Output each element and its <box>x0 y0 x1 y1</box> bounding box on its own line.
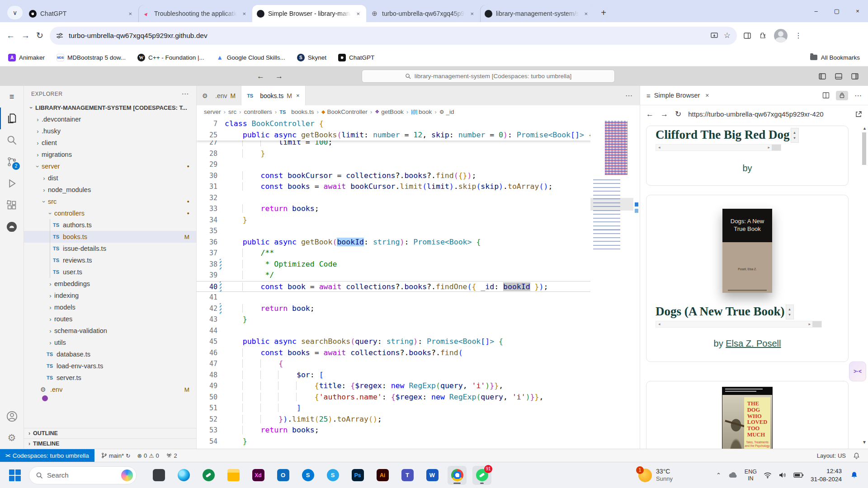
forward-icon[interactable]: → <box>21 31 30 41</box>
floating-button[interactable]: >·< <box>849 361 866 381</box>
tab-close-icon[interactable]: × <box>468 9 476 18</box>
bookmark-item[interactable]: AAnimaker <box>8 54 45 61</box>
vscode-forward-icon[interactable]: → <box>275 72 283 81</box>
tab-search-button[interactable]: ∨ <box>7 6 23 19</box>
extensions-puzzle-icon[interactable] <box>759 32 767 40</box>
vscode-command-center[interactable]: library-management-system [Codespaces: t… <box>362 70 615 83</box>
breadcrumb-item[interactable]: ◆BookController <box>321 108 368 115</box>
breadcrumb-item[interactable]: [@]book <box>411 108 432 115</box>
xd-app-icon[interactable]: Xd <box>249 466 268 485</box>
menu-hamburger-icon[interactable]: ≡ <box>0 86 24 108</box>
whatsapp-app-icon[interactable]: 91 <box>472 466 491 485</box>
code-line[interactable]: 45 public async searchBooks(query: strin… <box>197 336 640 347</box>
tree-item-user.ts[interactable]: TSuser.ts <box>24 266 196 278</box>
tree-item-server.ts[interactable]: TSserver.ts <box>24 372 196 384</box>
scroll-up-icon[interactable]: ▲ <box>863 126 867 131</box>
code-line[interactable]: 41 <box>197 292 640 303</box>
volume-icon[interactable] <box>778 472 787 479</box>
bookmark-item[interactable]: ▲Google Cloud Skills... <box>216 54 285 61</box>
code-editor[interactable]: 27 limit = 100;28 }2930 const bookCursor… <box>197 118 640 449</box>
author-link[interactable]: Elsa Z. Posell <box>726 338 781 348</box>
tree-item-authors.ts[interactable]: TSauthors.ts <box>24 219 196 231</box>
editor-tab-.env[interactable]: ⚙.envM <box>197 86 241 105</box>
vscode-back-icon[interactable]: ← <box>257 72 264 81</box>
new-tab-button[interactable]: + <box>597 6 610 19</box>
scroll-down-icon[interactable]: ▼ <box>862 440 867 445</box>
tree-item-reviews.ts[interactable]: TSreviews.ts <box>24 254 196 266</box>
code-line[interactable]: 37 /** <box>197 248 640 259</box>
panel-reload-icon[interactable]: ↻ <box>675 109 681 119</box>
maximize-button[interactable]: ▢ <box>826 0 847 22</box>
tree-item-server[interactable]: ›server● <box>24 160 196 172</box>
onedrive-icon[interactable] <box>728 472 738 479</box>
toggle-sidebar-icon[interactable] <box>818 72 826 80</box>
tab-close-icon[interactable]: × <box>241 9 248 18</box>
tree-item-routes[interactable]: ›routes <box>24 313 196 325</box>
tree-item[interactable] <box>24 395 196 401</box>
install-icon[interactable] <box>710 32 718 40</box>
minimize-button[interactable]: – <box>806 0 826 22</box>
code-line[interactable]: 50 {'authors.name': {$regex: new RegExp(… <box>197 392 640 403</box>
photoshop-app-icon[interactable]: Ps <box>348 466 367 485</box>
breadcrumb-item[interactable]: ⚙_id <box>439 108 454 115</box>
clock[interactable]: 12:4331-08-2024 <box>811 467 842 483</box>
lock-icon[interactable] <box>836 91 848 100</box>
editor-tab-books.ts[interactable]: TSbooks.tsM× <box>241 86 305 105</box>
code-line[interactable]: 42 return book; <box>197 303 640 314</box>
explorer-app-icon[interactable] <box>224 466 243 485</box>
illustrator-app-icon[interactable]: Ai <box>373 466 392 485</box>
back-icon[interactable]: ← <box>6 31 15 41</box>
remote-indicator[interactable]: >< Codespaces: turbo umbrella <box>0 449 94 462</box>
tree-item-dist[interactable]: ›dist <box>24 172 196 184</box>
panel-more-icon[interactable]: ⋯ <box>854 91 862 100</box>
breadcrumb-item[interactable]: server <box>204 108 221 115</box>
tree-item-controllers[interactable]: ›controllers● <box>24 207 196 219</box>
bell-icon[interactable] <box>853 452 860 459</box>
bookmark-item[interactable]: MDBMDBootstrap 5 dow... <box>57 54 126 61</box>
code-line[interactable]: 48 $or: [ <box>197 370 640 381</box>
tree-item-models[interactable]: ›models <box>24 301 196 313</box>
teams-app-icon[interactable]: T <box>398 466 417 485</box>
code-line[interactable]: 43 } <box>197 314 640 325</box>
toggle-secondary-sidebar-icon[interactable] <box>851 72 859 80</box>
all-bookmarks-button[interactable]: All Bookmarks <box>810 54 860 61</box>
code-line[interactable]: 51 ] <box>197 403 640 414</box>
code-line[interactable]: 34 } <box>197 215 640 226</box>
code-line[interactable]: 40 const book = await collections?.books… <box>197 281 640 292</box>
code-line[interactable]: 31 const books = await bookCursor.limit(… <box>197 181 640 192</box>
bookmark-item[interactable]: WC++ - Foundation |... <box>137 54 204 61</box>
bookmark-item[interactable]: ChatGPT <box>338 54 374 61</box>
notification-bell-icon[interactable] <box>850 471 858 479</box>
explorer-icon[interactable] <box>0 108 24 129</box>
code-line[interactable]: 53 return books; <box>197 425 640 436</box>
timeline-section[interactable]: ›TIMELINE <box>24 438 196 449</box>
tree-item-src[interactable]: ›src● <box>24 196 196 207</box>
code-line[interactable]: 47 { <box>197 358 640 370</box>
battery-icon[interactable] <box>793 472 804 478</box>
tree-item-issue-details.ts[interactable]: TSissue-details.ts <box>24 243 196 254</box>
tree-item-.env[interactable]: ⚙.envM <box>24 384 196 395</box>
reload-icon[interactable]: ↻ <box>36 30 43 41</box>
breadcrumb-item[interactable]: controllers <box>244 108 272 115</box>
book-cover-image[interactable]: THEDOGWHOLOVEDTOOMUCH Tales, Treatments … <box>722 387 773 449</box>
code-line[interactable]: 29 <box>197 159 640 170</box>
code-line[interactable]: 36 public async getBook(bookId: string):… <box>197 237 640 248</box>
breadcrumb-item[interactable]: TSbooks.ts <box>279 108 314 115</box>
tree-item-embeddings[interactable]: ›embeddings <box>24 278 196 290</box>
stepper-control[interactable]: ▲▼ <box>786 305 794 319</box>
tray-chevron-icon[interactable]: ⌃ <box>716 472 721 479</box>
search-icon[interactable] <box>0 129 24 151</box>
tree-item-utils[interactable]: ›utils <box>24 337 196 348</box>
code-line[interactable]: 52 }).limit(25).toArray(); <box>197 414 640 425</box>
panel-back-icon[interactable]: ← <box>646 110 654 119</box>
tree-item-LIBRARY-MANAGEMENT-SYSTEMCODESPACEST...[interactable]: ›LIBRARY-MANAGEMENT-SYSTEM [CODESPACES: … <box>24 102 196 113</box>
breadcrumb-item[interactable]: ❖getBook <box>375 108 403 115</box>
code-line[interactable]: 44 <box>197 325 640 337</box>
sticky-line[interactable]: 7class BookController { <box>197 118 640 130</box>
panel-tab-label[interactable]: Simple Browser <box>654 92 700 99</box>
tree-item-.devcontainer[interactable]: ›.devcontainer <box>24 113 196 125</box>
outlook-app-icon[interactable]: O <box>274 466 292 485</box>
weather-widget[interactable]: 1 33°C Sunny <box>638 468 673 483</box>
address-bar[interactable]: turbo-umbrella-qw67xgq45p929xr.github.de… <box>50 27 737 45</box>
chrome-app-icon[interactable] <box>448 466 467 485</box>
